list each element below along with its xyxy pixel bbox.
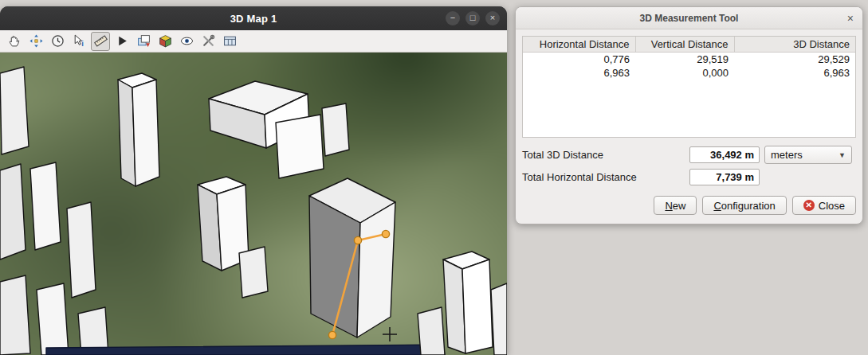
dialog-titlebar[interactable]: 3D Measurement Tool ×: [516, 7, 862, 29]
window-controls: − □ ×: [446, 11, 500, 25]
total-horizontal-distance-label: Total Horizontal Distance: [522, 171, 689, 183]
measurements-table: Horizontal Distance Vertical Distance 3D…: [522, 36, 856, 138]
pan-tool-icon[interactable]: [5, 32, 24, 51]
new-button-label: New: [665, 200, 685, 212]
camera-view-icon[interactable]: [177, 32, 196, 51]
header-vertical-distance[interactable]: Vertical Distance: [635, 37, 734, 53]
new-button[interactable]: New: [654, 196, 697, 215]
total-3d-distance-label: Total 3D Distance: [522, 149, 689, 161]
unit-selected-value: meters: [771, 149, 803, 161]
dialog-title: 3D Measurement Tool: [640, 13, 739, 24]
cell-horizontal: 0,776: [523, 53, 635, 67]
total-horizontal-distance-value[interactable]: 7,739 m: [689, 169, 760, 185]
svg-text:i: i: [81, 39, 84, 48]
animation-clock-icon[interactable]: [48, 32, 67, 51]
close-window-button[interactable]: ×: [485, 11, 500, 25]
dialog-close-icon[interactable]: ×: [847, 12, 854, 25]
table-header-row: Horizontal Distance Vertical Distance 3D…: [523, 37, 855, 53]
unit-select[interactable]: meters ▼: [764, 146, 852, 164]
buildings-layer: [0, 53, 507, 355]
total-3d-distance-value[interactable]: 36,492 m: [689, 146, 760, 163]
crosshair-cursor: [383, 327, 397, 341]
map-window: 3D Map 1 − □ × i: [0, 6, 507, 355]
cell-vertical: 29,519: [635, 53, 734, 67]
map-titlebar[interactable]: 3D Map 1 − □ ×: [0, 6, 507, 30]
export-scene-icon[interactable]: [134, 32, 153, 51]
table-row[interactable]: 0,776 29,519 29,529: [523, 53, 855, 67]
close-button-label: Close: [819, 200, 845, 212]
dialog-body: Horizontal Distance Vertical Distance 3D…: [516, 29, 862, 221]
identify-icon[interactable]: i: [69, 32, 88, 51]
configuration-button[interactable]: Configuration: [702, 196, 786, 215]
camera-control-icon[interactable]: [26, 32, 45, 51]
configuration-button-label: Configuration: [713, 200, 775, 212]
effects-cube-icon[interactable]: [155, 32, 175, 51]
map-toolbar: i: [0, 30, 507, 53]
cell-horizontal: 6,963: [523, 66, 635, 80]
close-red-x-icon: ✕: [803, 200, 815, 211]
header-horizontal-distance[interactable]: Horizontal Distance: [523, 37, 635, 53]
map-3d-viewport[interactable]: [0, 53, 507, 355]
cell-vertical: 0,000: [635, 66, 734, 80]
settings-tools-icon[interactable]: [198, 32, 218, 51]
map-window-title: 3D Map 1: [230, 13, 277, 25]
measurement-calculator-icon[interactable]: [220, 32, 239, 51]
chevron-down-icon: ▼: [839, 151, 846, 159]
measurement-dialog: 3D Measurement Tool × Horizontal Distanc…: [515, 6, 863, 224]
cell-3d: 6,963: [734, 66, 855, 80]
minimize-button[interactable]: −: [446, 11, 460, 25]
header-3d-distance[interactable]: 3D Distance: [734, 37, 855, 53]
measure-line-icon[interactable]: [91, 32, 110, 51]
table-row[interactable]: 6,963 0,000 6,963: [523, 66, 855, 80]
maximize-button[interactable]: □: [465, 11, 480, 25]
close-button[interactable]: ✕ Close: [792, 196, 856, 215]
cell-3d: 29,529: [734, 53, 855, 67]
play-animation-icon[interactable]: [112, 32, 132, 51]
